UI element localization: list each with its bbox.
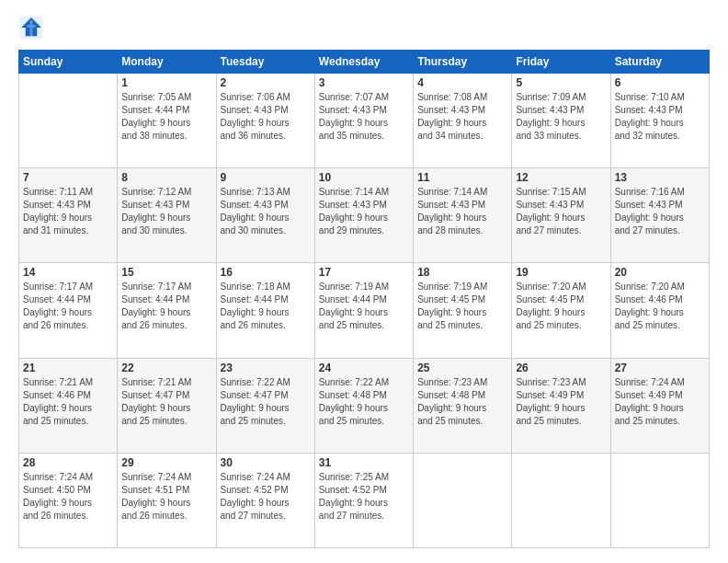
calendar-week-row: 7Sunrise: 7:11 AM Sunset: 4:43 PM Daylig… xyxy=(19,168,710,263)
calendar-cell: 29Sunrise: 7:24 AM Sunset: 4:51 PM Dayli… xyxy=(118,453,216,547)
calendar-cell: 22Sunrise: 7:21 AM Sunset: 4:47 PM Dayli… xyxy=(118,358,216,453)
day-number: 10 xyxy=(319,171,409,184)
calendar-cell: 2Sunrise: 7:06 AM Sunset: 4:43 PM Daylig… xyxy=(216,74,314,168)
day-info: Sunrise: 7:15 AM Sunset: 4:43 PM Dayligh… xyxy=(516,186,606,237)
day-number: 8 xyxy=(121,171,211,184)
calendar-cell xyxy=(19,74,118,168)
day-info: Sunrise: 7:08 AM Sunset: 4:43 PM Dayligh… xyxy=(417,91,507,143)
day-info: Sunrise: 7:19 AM Sunset: 4:44 PM Dayligh… xyxy=(319,281,409,332)
day-number: 26 xyxy=(516,362,606,374)
calendar-cell xyxy=(512,453,610,547)
day-number: 16 xyxy=(221,266,311,279)
day-number: 20 xyxy=(615,266,705,279)
calendar-cell: 1Sunrise: 7:05 AM Sunset: 4:44 PM Daylig… xyxy=(118,74,216,168)
day-info: Sunrise: 7:22 AM Sunset: 4:48 PM Dayligh… xyxy=(319,376,409,428)
calendar-cell: 9Sunrise: 7:13 AM Sunset: 4:43 PM Daylig… xyxy=(216,168,314,263)
weekday-header: Friday xyxy=(512,51,610,74)
day-number: 11 xyxy=(417,171,507,184)
day-number: 23 xyxy=(221,362,311,374)
day-info: Sunrise: 7:21 AM Sunset: 4:46 PM Dayligh… xyxy=(23,376,113,428)
calendar-cell: 23Sunrise: 7:22 AM Sunset: 4:47 PM Dayli… xyxy=(216,358,314,453)
day-number: 19 xyxy=(516,266,606,279)
day-number: 7 xyxy=(23,171,113,184)
day-info: Sunrise: 7:25 AM Sunset: 4:52 PM Dayligh… xyxy=(319,471,409,523)
day-info: Sunrise: 7:16 AM Sunset: 4:43 PM Dayligh… xyxy=(615,186,705,237)
calendar-cell: 24Sunrise: 7:22 AM Sunset: 4:48 PM Dayli… xyxy=(314,358,413,453)
day-info: Sunrise: 7:22 AM Sunset: 4:47 PM Dayligh… xyxy=(221,376,311,428)
day-number: 27 xyxy=(615,362,705,374)
calendar-cell: 18Sunrise: 7:19 AM Sunset: 4:45 PM Dayli… xyxy=(414,263,512,358)
day-number: 17 xyxy=(319,266,409,279)
day-info: Sunrise: 7:06 AM Sunset: 4:43 PM Dayligh… xyxy=(221,91,311,143)
day-number: 18 xyxy=(417,266,507,279)
day-number: 2 xyxy=(221,76,311,89)
calendar-cell xyxy=(610,453,709,547)
day-info: Sunrise: 7:23 AM Sunset: 4:48 PM Dayligh… xyxy=(417,376,507,428)
day-number: 5 xyxy=(516,76,606,89)
day-info: Sunrise: 7:12 AM Sunset: 4:43 PM Dayligh… xyxy=(121,186,211,237)
weekday-header: Sunday xyxy=(19,51,118,74)
weekday-header: Tuesday xyxy=(216,51,314,74)
calendar-cell: 30Sunrise: 7:24 AM Sunset: 4:52 PM Dayli… xyxy=(216,453,314,547)
calendar-cell: 4Sunrise: 7:08 AM Sunset: 4:43 PM Daylig… xyxy=(414,74,512,168)
day-number: 12 xyxy=(516,171,606,184)
day-info: Sunrise: 7:07 AM Sunset: 4:43 PM Dayligh… xyxy=(319,91,409,143)
day-number: 13 xyxy=(615,171,705,184)
day-number: 25 xyxy=(417,362,507,374)
day-number: 4 xyxy=(417,76,507,89)
calendar-cell: 7Sunrise: 7:11 AM Sunset: 4:43 PM Daylig… xyxy=(19,168,118,263)
day-number: 30 xyxy=(221,456,311,469)
calendar-cell: 17Sunrise: 7:19 AM Sunset: 4:44 PM Dayli… xyxy=(314,263,413,358)
calendar-week-row: 28Sunrise: 7:24 AM Sunset: 4:50 PM Dayli… xyxy=(19,453,710,547)
calendar-table: SundayMondayTuesdayWednesdayThursdayFrid… xyxy=(18,50,710,548)
day-info: Sunrise: 7:17 AM Sunset: 4:44 PM Dayligh… xyxy=(121,281,211,332)
calendar-cell: 8Sunrise: 7:12 AM Sunset: 4:43 PM Daylig… xyxy=(118,168,216,263)
day-number: 24 xyxy=(319,362,409,374)
calendar-cell: 12Sunrise: 7:15 AM Sunset: 4:43 PM Dayli… xyxy=(512,168,610,263)
day-info: Sunrise: 7:24 AM Sunset: 4:50 PM Dayligh… xyxy=(23,471,113,523)
day-number: 3 xyxy=(319,76,409,89)
day-info: Sunrise: 7:19 AM Sunset: 4:45 PM Dayligh… xyxy=(417,281,507,332)
day-number: 21 xyxy=(23,362,113,374)
day-number: 9 xyxy=(221,171,311,184)
day-info: Sunrise: 7:24 AM Sunset: 4:49 PM Dayligh… xyxy=(615,376,705,428)
page: SundayMondayTuesdayWednesdayThursdayFrid… xyxy=(0,0,728,563)
day-info: Sunrise: 7:20 AM Sunset: 4:46 PM Dayligh… xyxy=(615,281,705,332)
calendar-cell: 26Sunrise: 7:23 AM Sunset: 4:49 PM Dayli… xyxy=(512,358,610,453)
day-info: Sunrise: 7:24 AM Sunset: 4:52 PM Dayligh… xyxy=(221,471,311,523)
day-info: Sunrise: 7:21 AM Sunset: 4:47 PM Dayligh… xyxy=(121,376,211,428)
day-number: 31 xyxy=(319,456,409,469)
day-number: 15 xyxy=(121,266,211,279)
day-info: Sunrise: 7:20 AM Sunset: 4:45 PM Dayligh… xyxy=(516,281,606,332)
day-info: Sunrise: 7:23 AM Sunset: 4:49 PM Dayligh… xyxy=(516,376,606,428)
calendar-cell: 28Sunrise: 7:24 AM Sunset: 4:50 PM Dayli… xyxy=(19,453,118,547)
calendar-week-row: 1Sunrise: 7:05 AM Sunset: 4:44 PM Daylig… xyxy=(19,74,710,168)
day-info: Sunrise: 7:13 AM Sunset: 4:43 PM Dayligh… xyxy=(221,186,311,237)
day-info: Sunrise: 7:17 AM Sunset: 4:44 PM Dayligh… xyxy=(23,281,113,332)
calendar-cell: 25Sunrise: 7:23 AM Sunset: 4:48 PM Dayli… xyxy=(414,358,512,453)
logo-icon xyxy=(18,15,44,40)
header xyxy=(18,15,710,40)
day-info: Sunrise: 7:05 AM Sunset: 4:44 PM Dayligh… xyxy=(121,91,211,143)
weekday-header: Thursday xyxy=(414,51,512,74)
calendar-cell: 20Sunrise: 7:20 AM Sunset: 4:46 PM Dayli… xyxy=(610,263,709,358)
day-info: Sunrise: 7:10 AM Sunset: 4:43 PM Dayligh… xyxy=(615,91,705,143)
day-number: 14 xyxy=(23,266,113,279)
day-number: 6 xyxy=(615,76,705,89)
day-number: 29 xyxy=(121,456,211,469)
day-info: Sunrise: 7:14 AM Sunset: 4:43 PM Dayligh… xyxy=(319,186,409,237)
day-number: 22 xyxy=(121,362,211,374)
calendar-cell: 11Sunrise: 7:14 AM Sunset: 4:43 PM Dayli… xyxy=(414,168,512,263)
calendar-week-row: 21Sunrise: 7:21 AM Sunset: 4:46 PM Dayli… xyxy=(19,358,710,453)
logo xyxy=(18,15,48,40)
day-info: Sunrise: 7:18 AM Sunset: 4:44 PM Dayligh… xyxy=(221,281,311,332)
calendar-cell: 19Sunrise: 7:20 AM Sunset: 4:45 PM Dayli… xyxy=(512,263,610,358)
calendar-cell: 5Sunrise: 7:09 AM Sunset: 4:43 PM Daylig… xyxy=(512,74,610,168)
day-info: Sunrise: 7:09 AM Sunset: 4:43 PM Dayligh… xyxy=(516,91,606,143)
calendar-cell: 31Sunrise: 7:25 AM Sunset: 4:52 PM Dayli… xyxy=(314,453,413,547)
calendar-cell: 27Sunrise: 7:24 AM Sunset: 4:49 PM Dayli… xyxy=(610,358,709,453)
day-number: 28 xyxy=(23,456,113,469)
day-number: 1 xyxy=(121,76,211,89)
weekday-header: Saturday xyxy=(610,51,709,74)
calendar-cell: 16Sunrise: 7:18 AM Sunset: 4:44 PM Dayli… xyxy=(216,263,314,358)
